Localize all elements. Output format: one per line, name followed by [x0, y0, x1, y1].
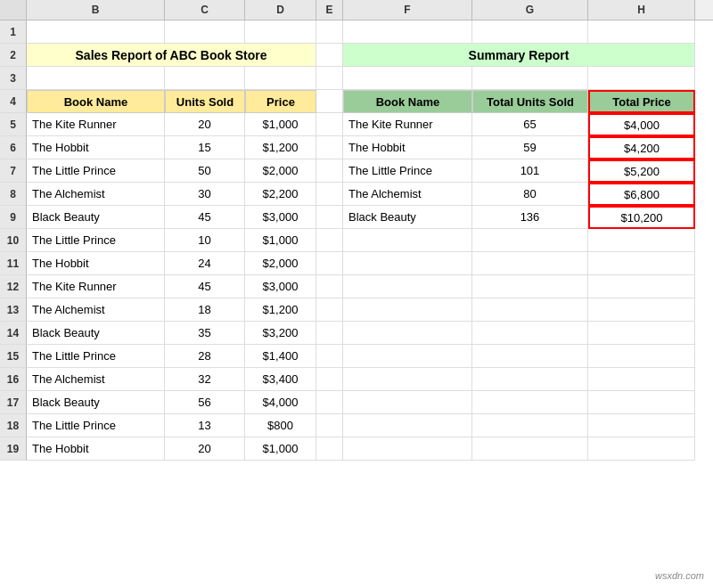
cell-h10[interactable]: [588, 229, 695, 252]
cell-c15[interactable]: 28: [165, 345, 245, 368]
cell-f9[interactable]: Black Beauty: [343, 206, 472, 229]
cell-f17[interactable]: [343, 391, 472, 414]
col-header-c[interactable]: C: [165, 0, 245, 20]
cell-b3[interactable]: [27, 67, 165, 90]
cell-g10[interactable]: [472, 229, 588, 252]
cell-d9[interactable]: $3,000: [245, 206, 316, 229]
cell-d6[interactable]: $1,200: [245, 136, 316, 159]
cell-g15[interactable]: [472, 345, 588, 368]
cell-f3[interactable]: [343, 67, 472, 90]
cell-f11[interactable]: [343, 252, 472, 275]
cell-e4[interactable]: [316, 90, 343, 113]
cell-b7[interactable]: The Little Prince: [27, 159, 165, 183]
cell-e19[interactable]: [316, 437, 343, 461]
cell-e8[interactable]: [316, 183, 343, 206]
col-header-g[interactable]: G: [472, 0, 588, 20]
cell-f19[interactable]: [343, 437, 472, 461]
cell-d18[interactable]: $800: [245, 414, 316, 437]
cell-f6[interactable]: The Hobbit: [343, 136, 472, 159]
cell-f13[interactable]: [343, 298, 472, 322]
cell-d15[interactable]: $1,400: [245, 345, 316, 368]
cell-b11[interactable]: The Hobbit: [27, 252, 165, 275]
cell-g3[interactable]: [472, 67, 588, 90]
cell-c3[interactable]: [165, 67, 245, 90]
cell-g8[interactable]: 80: [472, 183, 588, 206]
cell-g1[interactable]: [472, 20, 588, 44]
cell-h7[interactable]: $5,200: [588, 159, 695, 183]
cell-e13[interactable]: [316, 298, 343, 322]
cell-b15[interactable]: The Little Prince: [27, 345, 165, 368]
cell-c7[interactable]: 50: [165, 159, 245, 183]
cell-f14[interactable]: [343, 322, 472, 345]
cell-c1[interactable]: [165, 20, 245, 44]
cell-b19[interactable]: The Hobbit: [27, 437, 165, 461]
cell-g17[interactable]: [472, 391, 588, 414]
cell-h17[interactable]: [588, 391, 695, 414]
cell-g16[interactable]: [472, 368, 588, 391]
cell-h1[interactable]: [588, 20, 695, 44]
cell-c10[interactable]: 10: [165, 229, 245, 252]
cell-d7[interactable]: $2,000: [245, 159, 316, 183]
cell-e18[interactable]: [316, 414, 343, 437]
cell-c18[interactable]: 13: [165, 414, 245, 437]
cell-g11[interactable]: [472, 252, 588, 275]
cell-c6[interactable]: 15: [165, 136, 245, 159]
cell-f1[interactable]: [343, 20, 472, 44]
cell-e1[interactable]: [316, 20, 343, 44]
cell-b17[interactable]: Black Beauty: [27, 391, 165, 414]
cell-c12[interactable]: 45: [165, 275, 245, 298]
cell-g13[interactable]: [472, 298, 588, 322]
col-header-b[interactable]: B: [27, 0, 165, 20]
col-header-e[interactable]: E: [316, 0, 343, 20]
cell-f12[interactable]: [343, 275, 472, 298]
cell-g6[interactable]: 59: [472, 136, 588, 159]
cell-f10[interactable]: [343, 229, 472, 252]
cell-d1[interactable]: [245, 20, 316, 44]
cell-e3[interactable]: [316, 67, 343, 90]
cell-d12[interactable]: $3,000: [245, 275, 316, 298]
cell-g12[interactable]: [472, 275, 588, 298]
cell-h9[interactable]: $10,200: [588, 206, 695, 229]
cell-b5[interactable]: The Kite Runner: [27, 113, 165, 136]
cell-e11[interactable]: [316, 252, 343, 275]
cell-h18[interactable]: [588, 414, 695, 437]
cell-h15[interactable]: [588, 345, 695, 368]
cell-b18[interactable]: The Little Prince: [27, 414, 165, 437]
cell-f5[interactable]: The Kite Runner: [343, 113, 472, 136]
col-header-f[interactable]: F: [343, 0, 472, 20]
cell-d16[interactable]: $3,400: [245, 368, 316, 391]
cell-b12[interactable]: The Kite Runner: [27, 275, 165, 298]
cell-d3[interactable]: [245, 67, 316, 90]
cell-g14[interactable]: [472, 322, 588, 345]
cell-h19[interactable]: [588, 437, 695, 461]
cell-h8[interactable]: $6,800: [588, 183, 695, 206]
cell-e15[interactable]: [316, 345, 343, 368]
cell-h16[interactable]: [588, 368, 695, 391]
cell-e14[interactable]: [316, 322, 343, 345]
cell-b10[interactable]: The Little Prince: [27, 229, 165, 252]
cell-c19[interactable]: 20: [165, 437, 245, 461]
cell-g19[interactable]: [472, 437, 588, 461]
cell-h13[interactable]: [588, 298, 695, 322]
cell-e5[interactable]: [316, 113, 343, 136]
cell-e12[interactable]: [316, 275, 343, 298]
cell-b9[interactable]: Black Beauty: [27, 206, 165, 229]
cell-h3[interactable]: [588, 67, 695, 90]
cell-f18[interactable]: [343, 414, 472, 437]
cell-b14[interactable]: Black Beauty: [27, 322, 165, 345]
cell-e10[interactable]: [316, 229, 343, 252]
cell-b16[interactable]: The Alchemist: [27, 368, 165, 391]
cell-c16[interactable]: 32: [165, 368, 245, 391]
cell-c14[interactable]: 35: [165, 322, 245, 345]
cell-f8[interactable]: The Alchemist: [343, 183, 472, 206]
cell-e16[interactable]: [316, 368, 343, 391]
cell-e2[interactable]: [316, 44, 343, 67]
cell-g18[interactable]: [472, 414, 588, 437]
cell-f16[interactable]: [343, 368, 472, 391]
col-header-h[interactable]: H: [588, 0, 695, 20]
cell-c17[interactable]: 56: [165, 391, 245, 414]
cell-d19[interactable]: $1,000: [245, 437, 316, 461]
col-header-d[interactable]: D: [245, 0, 316, 20]
cell-c5[interactable]: 20: [165, 113, 245, 136]
cell-d14[interactable]: $3,200: [245, 322, 316, 345]
